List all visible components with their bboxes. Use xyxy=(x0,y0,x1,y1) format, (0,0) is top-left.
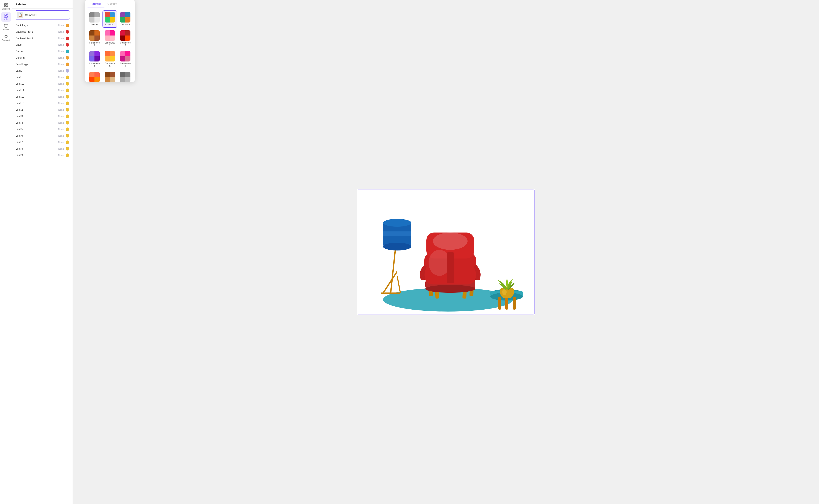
palette-thumb-colorful2 xyxy=(120,12,130,23)
part-item[interactable]: Leaf 7None xyxy=(12,139,73,145)
part-item[interactable]: Back LegsNone xyxy=(12,22,73,29)
palette-name: Colorful 1 xyxy=(25,13,66,17)
edit-button[interactable]: Edit xyxy=(1,12,11,22)
part-item[interactable]: Front LegsNone xyxy=(12,61,73,68)
palette-item-commerce6[interactable]: Commerce 6 xyxy=(118,49,132,69)
part-color-swatch[interactable] xyxy=(66,115,69,118)
swatch xyxy=(105,51,110,56)
part-name: Front Legs xyxy=(16,63,58,66)
palette-thumb-commerce3 xyxy=(120,30,130,41)
part-color-swatch[interactable] xyxy=(66,108,69,111)
part-item[interactable]: Leaf 1None xyxy=(12,74,73,81)
part-item[interactable]: LampNone xyxy=(12,68,73,74)
part-color-swatch[interactable] xyxy=(66,121,69,124)
swatch xyxy=(110,77,115,82)
palette-item-default[interactable]: Default xyxy=(87,10,102,28)
palette-item-commerce3[interactable]: Commerce 3 xyxy=(118,29,132,48)
table-leg-r xyxy=(513,297,516,310)
palette-item-commerce7[interactable]: Commerce 7 xyxy=(87,70,102,82)
part-name: Lamp xyxy=(16,69,58,72)
part-badge: None xyxy=(58,37,64,40)
swatch xyxy=(94,12,100,17)
palette-item-label: Commerce 3 xyxy=(119,42,131,47)
part-color-swatch[interactable] xyxy=(66,89,69,92)
part-color-swatch[interactable] xyxy=(66,30,69,34)
palette-item-commerce2[interactable]: Commerce 2 xyxy=(102,29,117,48)
tab-palettes[interactable]: Palettes xyxy=(87,0,104,8)
part-item[interactable]: Backrest Part 1None xyxy=(12,29,73,35)
swatch xyxy=(110,30,115,36)
svg-rect-2 xyxy=(4,6,6,7)
part-item[interactable]: Leaf 8None xyxy=(12,145,73,152)
part-color-swatch[interactable] xyxy=(66,37,69,40)
chevron-right-icon: › xyxy=(66,13,68,17)
swatch xyxy=(89,17,94,23)
part-item[interactable]: Leaf 6None xyxy=(12,132,73,139)
svg-point-3 xyxy=(6,6,8,7)
pixcap-label: Pixcap AI xyxy=(2,39,10,41)
part-item[interactable]: Leaf 9None xyxy=(12,152,73,158)
swatch xyxy=(125,12,130,17)
part-item[interactable]: Leaf 11None xyxy=(12,87,73,94)
tab-custom[interactable]: Custom xyxy=(104,0,120,8)
part-item[interactable]: Leaf 13None xyxy=(12,100,73,107)
palette-thumb-default xyxy=(89,12,100,23)
part-item[interactable]: Leaf 2None xyxy=(12,107,73,113)
part-color-swatch[interactable] xyxy=(66,147,69,150)
part-color-swatch[interactable] xyxy=(66,50,69,53)
part-color-swatch[interactable] xyxy=(66,82,69,86)
palette-item-colorful1[interactable]: Colorful 1 xyxy=(102,10,117,28)
swatch xyxy=(125,17,130,23)
part-color-swatch[interactable] xyxy=(66,63,69,66)
swatch xyxy=(105,77,110,82)
part-color-swatch[interactable] xyxy=(66,76,69,79)
part-name: Leaf 13 xyxy=(16,102,58,105)
part-color-swatch[interactable] xyxy=(66,56,69,60)
part-item[interactable]: Leaf 12None xyxy=(12,94,73,100)
part-color-swatch[interactable] xyxy=(66,43,69,47)
elements-button[interactable]: Elements xyxy=(1,2,11,11)
swatch xyxy=(94,77,100,82)
palette-icon: 📋 xyxy=(17,12,23,18)
palette-thumb-commerce4 xyxy=(89,51,100,61)
scene-button[interactable]: Scene xyxy=(1,23,11,32)
part-name: Leaf 9 xyxy=(16,154,58,157)
swatch xyxy=(105,30,110,36)
part-name: Leaf 11 xyxy=(16,89,58,92)
palette-item-commerce1[interactable]: Commerce 1 xyxy=(87,29,102,48)
swatch xyxy=(120,17,125,23)
swatch xyxy=(110,72,115,77)
part-badge: None xyxy=(58,134,64,137)
swatch xyxy=(125,51,130,56)
palette-item-craft1[interactable]: Craft 1 xyxy=(102,70,117,82)
palette-thumb-craft2 xyxy=(120,72,130,82)
part-item[interactable]: BaseNone xyxy=(12,42,73,48)
swatch xyxy=(120,72,125,77)
swatch xyxy=(120,36,125,41)
palette-item-colorful2[interactable]: Colorful 2 xyxy=(118,10,132,28)
palette-item-commerce4[interactable]: Commerce 4 xyxy=(87,49,102,69)
part-color-swatch[interactable] xyxy=(66,69,69,73)
part-item[interactable]: Leaf 4None xyxy=(12,120,73,126)
part-item[interactable]: CarpetNone xyxy=(12,48,73,55)
part-color-swatch[interactable] xyxy=(66,128,69,131)
part-item[interactable]: Leaf 10None xyxy=(12,81,73,87)
part-color-swatch[interactable] xyxy=(66,134,69,137)
part-color-swatch[interactable] xyxy=(66,102,69,105)
part-color-swatch[interactable] xyxy=(66,95,69,99)
palette-item-label: Commerce 4 xyxy=(88,62,100,68)
swatch xyxy=(110,56,115,61)
palette-selector[interactable]: 📋 Colorful 1 › xyxy=(15,10,70,19)
part-item[interactable]: Backrest Part 2None xyxy=(12,35,73,42)
palette-item-craft2[interactable]: Craft 2 xyxy=(118,70,132,82)
part-item[interactable]: Leaf 3None xyxy=(12,113,73,120)
part-item[interactable]: Leaf 5None xyxy=(12,126,73,132)
part-color-swatch[interactable] xyxy=(66,141,69,144)
part-color-swatch[interactable] xyxy=(66,24,69,27)
part-item[interactable]: ColumnNone xyxy=(12,55,73,61)
scene-container xyxy=(357,189,535,315)
pixcap-button[interactable]: Pixcap AI xyxy=(1,33,11,42)
swatch xyxy=(110,36,115,41)
part-color-swatch[interactable] xyxy=(66,153,69,157)
palette-item-commerce5[interactable]: Commerce 5 xyxy=(102,49,117,69)
